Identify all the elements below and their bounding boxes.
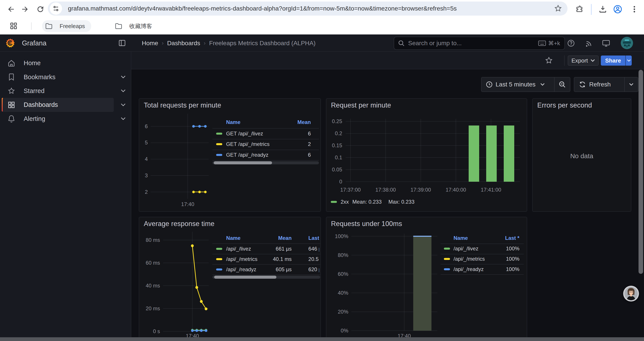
search-shortcut: ⌘+k xyxy=(538,40,560,47)
legend-header-name[interactable]: Name xyxy=(226,119,240,125)
panel-request-per-minute[interactable]: Request per minute 00.050.10.150.20.2517… xyxy=(326,98,527,212)
legend-header-last[interactable]: Last * xyxy=(505,235,519,241)
legend-series-name[interactable]: 2xx xyxy=(341,199,349,205)
apps-grid-icon[interactable] xyxy=(9,21,18,31)
panel-total-requests-per-minute[interactable]: Total requests per minute 2345617:40 Nam… xyxy=(139,98,321,212)
bookmarks-bar: Freeleaps 收藏博客 xyxy=(0,19,644,33)
refresh-interval-dropdown[interactable] xyxy=(625,78,638,92)
legend-header-name[interactable]: Name xyxy=(454,235,468,241)
site-info-icon[interactable] xyxy=(50,3,62,15)
star-icon xyxy=(8,87,15,95)
browser-reload-button[interactable] xyxy=(36,5,45,14)
legend-swatch xyxy=(216,248,222,250)
legend-header-mean[interactable]: Mean xyxy=(278,235,292,241)
legend-last-value: 100% xyxy=(506,256,519,262)
help-icon[interactable] xyxy=(565,35,577,52)
rss-icon[interactable] xyxy=(583,35,595,52)
area-chart[interactable]: 0%20%40%60%80%100%17:40 xyxy=(326,217,527,341)
panel-average-response-time[interactable]: Average response time 0 s20 ms40 ms60 ms… xyxy=(139,217,321,341)
legend-series-name[interactable]: /api/_/metrics xyxy=(226,256,258,262)
brand-title[interactable]: Grafana xyxy=(22,35,46,52)
panel-errors-per-second[interactable]: Errors per second No data xyxy=(532,98,631,212)
floating-avatar-widget[interactable] xyxy=(623,286,639,301)
bar-chart[interactable]: 00.050.10.150.20.2517:37:0017:38:0017:39… xyxy=(326,99,527,211)
svg-text:2: 2 xyxy=(145,189,148,195)
panel-requests-under-100ms[interactable]: Requests under 100ms 0%20%40%60%80%100%1… xyxy=(326,217,527,341)
legend-header-last[interactable]: Last * xyxy=(308,235,319,241)
profile-icon[interactable] xyxy=(613,5,622,14)
browser-forward-button[interactable] xyxy=(20,5,30,14)
svg-text:6: 6 xyxy=(145,123,148,129)
url-bar[interactable]: grafana.mathmast.com/d/deytv4rwavabkb/fr… xyxy=(48,2,568,16)
legend-series-name[interactable]: GET /api/_/livez xyxy=(226,131,263,137)
chevron-down-icon xyxy=(627,59,631,62)
chevron-down-icon[interactable] xyxy=(120,117,126,120)
chevron-down-icon[interactable] xyxy=(120,103,126,106)
svg-text:17:38:00: 17:38:00 xyxy=(376,187,396,193)
sidebar-item-bookmarks[interactable]: Bookmarks xyxy=(3,70,114,84)
breadcrumb-dashboards[interactable]: Dashboards xyxy=(167,40,200,47)
favorite-star-icon[interactable] xyxy=(545,56,553,65)
legend-clipped-cell: 646 µs xyxy=(308,245,319,253)
legend-series-name[interactable]: /api/_/readyz xyxy=(454,266,484,272)
legend-series-name[interactable]: GET /api/_/metrics xyxy=(226,141,270,147)
share-dropdown-button[interactable] xyxy=(626,56,632,66)
export-button[interactable]: Export xyxy=(568,56,599,66)
legend-mean-value: 661 µs xyxy=(276,246,292,252)
sidebar-collapse-icon[interactable] xyxy=(118,39,126,47)
time-range-label: Last 5 minutes xyxy=(496,81,536,88)
bookmark-star-icon[interactable] xyxy=(554,4,562,13)
legend-series-name[interactable]: GET /api/_/readyz xyxy=(226,152,268,158)
dashboards-grid-icon xyxy=(8,101,15,109)
svg-text:100%: 100% xyxy=(335,233,348,239)
panel-title[interactable]: Errors per second xyxy=(537,101,592,109)
legend-mean-value: 2 xyxy=(308,141,311,147)
bookmark-folder-freeleaps[interactable]: Freeleaps xyxy=(42,20,91,32)
browser-back-button[interactable] xyxy=(6,5,16,14)
svg-text:80%: 80% xyxy=(338,252,348,258)
browser-menu-icon[interactable] xyxy=(630,5,639,14)
svg-text:17:41:00: 17:41:00 xyxy=(481,187,501,193)
refresh-label: Refresh xyxy=(589,81,611,88)
sidebar-item-dashboards[interactable]: Dashboards xyxy=(3,98,114,112)
grafana-logo[interactable] xyxy=(6,38,15,48)
legend-scrollbar-thumb[interactable] xyxy=(214,161,272,164)
bookmark-folder-blogs[interactable]: 收藏博客 xyxy=(112,20,158,32)
legend-scrollbar-thumb[interactable] xyxy=(214,276,276,279)
page-scrollbar-thumb[interactable] xyxy=(638,70,643,274)
svg-text:60%: 60% xyxy=(338,271,348,277)
user-avatar[interactable] xyxy=(621,37,633,49)
sidebar-item-starred[interactable]: Starred xyxy=(3,84,114,98)
legend-header-mean[interactable]: Mean xyxy=(298,119,311,125)
keyboard-icon xyxy=(538,40,546,46)
svg-text:0: 0 xyxy=(339,179,342,185)
legend-row-separator xyxy=(212,254,320,254)
sidebar-item-home[interactable]: Home xyxy=(3,56,114,70)
legend-series-name[interactable]: /api/_/livez xyxy=(226,246,251,252)
legend-swatch xyxy=(216,154,222,156)
sidebar-item-alerting[interactable]: Alerting xyxy=(3,112,114,126)
sidebar: Home Bookmarks Starred xyxy=(0,52,131,341)
time-range-picker[interactable]: Last 5 minutes xyxy=(482,81,554,88)
legend-series-name[interactable]: /api/_/metrics xyxy=(454,256,485,262)
breadcrumb-home[interactable]: Home xyxy=(142,40,158,47)
share-button[interactable]: Share xyxy=(601,56,625,66)
search-placeholder: Search or jump to... xyxy=(408,40,538,47)
monitor-icon[interactable] xyxy=(600,35,612,52)
chevron-down-icon[interactable] xyxy=(120,76,126,79)
toolbar-separator xyxy=(591,4,592,15)
zoom-out-button[interactable] xyxy=(554,78,570,92)
downloads-icon[interactable] xyxy=(598,5,608,14)
url-text[interactable]: grafana.mathmast.com/d/deytv4rwavabkb/fr… xyxy=(68,2,554,16)
search-input[interactable]: Search or jump to... ⌘+k xyxy=(394,37,565,50)
legend-series-name[interactable]: /api/_/livez xyxy=(454,245,478,252)
refresh-button[interactable]: Refresh xyxy=(574,81,624,88)
zoom-out-icon xyxy=(559,81,566,88)
svg-text:0%: 0% xyxy=(341,327,348,333)
sidebar-item-label: Alerting xyxy=(24,115,45,122)
legend-header-name[interactable]: Name xyxy=(226,235,240,241)
legend-series-name[interactable]: /api/_/readyz xyxy=(226,266,256,272)
svg-text:0 s: 0 s xyxy=(153,328,160,334)
chevron-down-icon[interactable] xyxy=(120,89,126,92)
extensions-icon[interactable] xyxy=(575,5,584,14)
